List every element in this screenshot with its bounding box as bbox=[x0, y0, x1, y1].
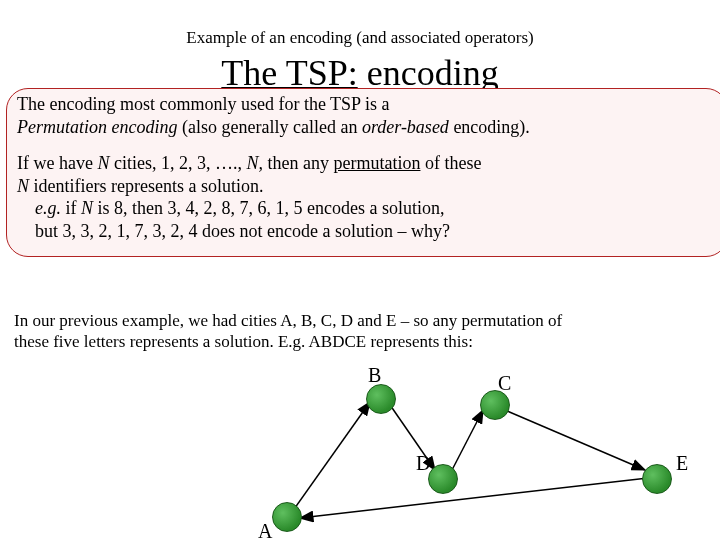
p2-l2-ital: N bbox=[17, 176, 29, 196]
title-underlined: The TSP: bbox=[221, 53, 357, 93]
p2-l1-ital2: N, bbox=[246, 153, 263, 173]
p2-l1a: If we have bbox=[17, 153, 97, 173]
edge-a-b bbox=[292, 402, 370, 512]
node-e bbox=[642, 464, 672, 494]
label-a: A bbox=[258, 520, 272, 540]
edge-c-e bbox=[500, 408, 645, 470]
p2-l2a: identifiers represents a solution. bbox=[29, 176, 263, 196]
bottom-paragraph: In our previous example, we had cities A… bbox=[14, 310, 706, 353]
box-para1: The encoding most commonly used for the … bbox=[17, 93, 717, 138]
p1-l2-mid: (also generally called an bbox=[177, 117, 361, 137]
p2-l3b: is 8, then 3, 4, 2, 8, 7, 6, 1, 5 encode… bbox=[93, 198, 444, 218]
label-c: C bbox=[498, 372, 511, 395]
box-para2: If we have N cities, 1, 2, 3, …., N, the… bbox=[17, 152, 717, 242]
bottom-l2: these five letters represents a solution… bbox=[14, 332, 473, 351]
p2-l3-mid: if bbox=[61, 198, 81, 218]
p2-l1b: cities, 1, 2, 3, …., bbox=[109, 153, 246, 173]
bottom-l1: In our previous example, we had cities A… bbox=[14, 311, 562, 330]
p2-l3-line: e.g. if N is 8, then 3, 4, 2, 8, 7, 6, 1… bbox=[17, 197, 717, 220]
node-d bbox=[428, 464, 458, 494]
p2-l3-eg: e.g. bbox=[35, 198, 61, 218]
p2-l3-ital: N bbox=[81, 198, 93, 218]
label-b: B bbox=[368, 364, 381, 387]
tsp-graph: A B C D E bbox=[0, 370, 720, 540]
edge-d-c bbox=[452, 410, 483, 470]
p1-l2-ital1: Permutation encoding bbox=[17, 117, 177, 137]
highlight-box: The encoding most commonly used for the … bbox=[6, 88, 720, 257]
p2-l4: but 3, 3, 2, 1, 7, 3, 2, 4 does not enco… bbox=[17, 220, 717, 243]
p2-l1c: then any bbox=[263, 153, 333, 173]
p1-l1: The encoding most commonly used for the … bbox=[17, 94, 389, 114]
node-a bbox=[272, 502, 302, 532]
p2-l1-ital: N bbox=[97, 153, 109, 173]
p2-l1d: of these bbox=[420, 153, 481, 173]
title-suffix: encoding bbox=[358, 53, 499, 93]
node-b bbox=[366, 384, 396, 414]
slide-subtitle: Example of an encoding (and associated o… bbox=[0, 0, 720, 48]
p1-l2-end: encoding). bbox=[449, 117, 530, 137]
edge-e-a bbox=[300, 478, 648, 518]
p2-l1-perm: permutation bbox=[333, 153, 420, 173]
p1-l2-ital2: order-based bbox=[362, 117, 449, 137]
label-e: E bbox=[676, 452, 688, 475]
label-d: D bbox=[416, 452, 430, 475]
graph-edges bbox=[0, 370, 720, 540]
